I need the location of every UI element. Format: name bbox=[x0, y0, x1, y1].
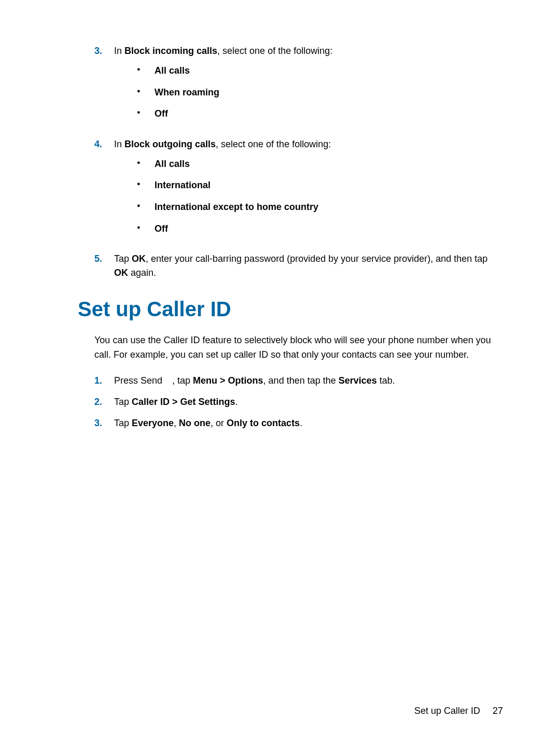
text: , select one of the following: bbox=[217, 46, 332, 56]
step-body: Tap Everyone, No one, or Only to contact… bbox=[114, 416, 503, 430]
text: Tap bbox=[114, 418, 132, 428]
section-paragraph: You can use the Caller ID feature to sel… bbox=[94, 333, 503, 362]
option-when-roaming: When roaming bbox=[137, 87, 503, 99]
page-number: 27 bbox=[493, 706, 503, 716]
text: In bbox=[114, 139, 124, 149]
option-list: All calls When roaming Off bbox=[137, 65, 503, 120]
caller-id-step-1: 1. Press Send , tap Menu > Options, and … bbox=[94, 374, 503, 388]
text: again. bbox=[128, 268, 156, 278]
step-4: 4. In Block outgoing calls, select one o… bbox=[94, 137, 503, 245]
step-3: 3. In Block incoming calls, select one o… bbox=[94, 44, 503, 130]
step-number: 4. bbox=[94, 137, 114, 245]
option-off: Off bbox=[137, 223, 503, 235]
option-list: All calls International International ex… bbox=[137, 159, 503, 234]
text: . bbox=[300, 418, 302, 428]
page-footer: Set up Caller ID27 bbox=[414, 706, 503, 716]
option-international: International bbox=[137, 180, 503, 191]
step-number: 3. bbox=[94, 44, 114, 130]
text: In bbox=[114, 46, 124, 56]
step-number: 2. bbox=[94, 395, 114, 409]
text: Press Send bbox=[114, 375, 165, 386]
text: Tap bbox=[114, 254, 132, 264]
step-number: 3. bbox=[94, 416, 114, 430]
services-label: Services bbox=[339, 375, 377, 386]
step-number: 5. bbox=[94, 252, 114, 280]
only-to-contacts-label: Only to contacts bbox=[227, 418, 300, 428]
step-body: Press Send , tap Menu > Options, and the… bbox=[114, 374, 503, 388]
text: , or bbox=[211, 418, 227, 428]
document-page: 3. In Block incoming calls, select one o… bbox=[0, 0, 560, 745]
text: , and then tap the bbox=[263, 375, 339, 386]
caller-id-step-2: 2. Tap Caller ID > Get Settings. bbox=[94, 395, 503, 409]
ui-label-bold: Block outgoing calls bbox=[124, 139, 216, 149]
text: tab. bbox=[377, 375, 395, 386]
step-body: Tap OK, enter your call-barring password… bbox=[114, 252, 503, 280]
everyone-label: Everyone bbox=[132, 418, 174, 428]
option-all-calls: All calls bbox=[137, 65, 503, 77]
no-one-label: No one bbox=[179, 418, 211, 428]
text: , bbox=[174, 418, 179, 428]
caller-id-step-3: 3. Tap Everyone, No one, or Only to cont… bbox=[94, 416, 503, 430]
option-all-calls: All calls bbox=[137, 159, 503, 170]
text: , enter your call-barring password (prov… bbox=[146, 254, 487, 264]
footer-section-label: Set up Caller ID bbox=[414, 706, 480, 716]
ui-label-bold: Block incoming calls bbox=[124, 46, 217, 56]
ok-label: OK bbox=[114, 268, 128, 278]
step-number: 1. bbox=[94, 374, 114, 388]
step-5: 5. Tap OK, enter your call-barring passw… bbox=[94, 252, 503, 280]
text: Tap bbox=[114, 397, 132, 407]
menu-options-label: Menu > Options bbox=[193, 375, 263, 386]
ok-label: OK bbox=[132, 254, 146, 264]
text: , tap bbox=[172, 375, 193, 386]
step-body: Tap Caller ID > Get Settings. bbox=[114, 395, 503, 409]
option-international-except-home: International except to home country bbox=[137, 202, 503, 213]
text: , select one of the following: bbox=[216, 139, 331, 149]
option-off: Off bbox=[137, 108, 503, 120]
section-heading-caller-id: Set up Caller ID bbox=[78, 298, 503, 321]
text: . bbox=[235, 397, 238, 407]
caller-id-get-settings-label: Caller ID > Get Settings bbox=[132, 397, 235, 407]
step-body: In Block outgoing calls, select one of t… bbox=[114, 137, 503, 245]
step-body: In Block incoming calls, select one of t… bbox=[114, 44, 503, 130]
